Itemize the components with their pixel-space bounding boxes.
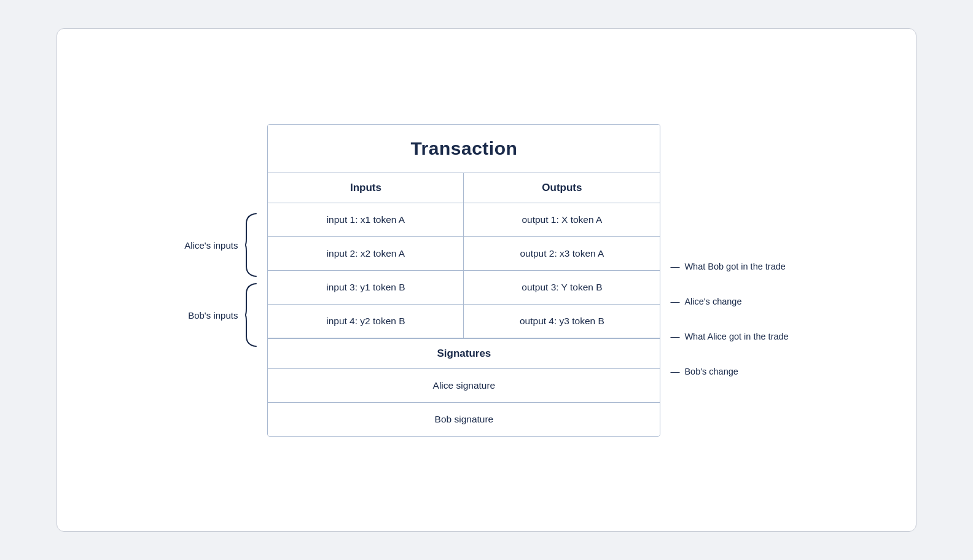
input-cell-4: input 4: y2 token B: [268, 305, 464, 338]
transaction-title: Transaction: [410, 138, 517, 158]
table-row: input 4: y2 token B output 4: y3 token B: [268, 305, 660, 338]
header-row: Inputs Outputs: [268, 173, 660, 203]
title-row: Transaction: [268, 125, 660, 173]
right-label-1: — What Bob got in the trade: [670, 249, 788, 284]
output-cell-4: output 4: y3 token B: [464, 305, 660, 338]
outer-card: Alice's inputs Bob's inputs: [57, 28, 916, 532]
alice-inputs-label: Alice's inputs: [184, 240, 238, 251]
output-cell-2: output 2: x3 token A: [464, 237, 660, 270]
left-labels: Alice's inputs Bob's inputs: [184, 211, 257, 349]
signatures-header: Signatures: [268, 338, 660, 369]
table-row: input 1: x1 token A output 1: X token A: [268, 203, 660, 237]
diagram-wrapper: Alice's inputs Bob's inputs: [184, 124, 788, 437]
signatures-label: Signatures: [437, 348, 491, 359]
bob-signature-row: Bob signature: [268, 403, 660, 436]
input-cell-2: input 2: x2 token A: [268, 237, 464, 270]
input-cell-3: input 3: y1 token B: [268, 271, 464, 304]
output-cell-3: output 3: Y token B: [464, 271, 660, 304]
input-cell-1: input 1: x1 token A: [268, 203, 464, 236]
right-label-text-1: What Bob got in the trade: [684, 262, 785, 271]
right-label-text-2: Alice's change: [684, 297, 741, 306]
right-labels: — What Bob got in the trade — Alice's ch…: [670, 171, 788, 389]
right-label-4: — Bob's change: [670, 354, 788, 389]
right-label-3: — What Alice got in the trade: [670, 319, 788, 354]
output-cell-1: output 1: X token A: [464, 203, 660, 236]
inputs-header: Inputs: [268, 173, 464, 203]
right-label-text-3: What Alice got in the trade: [684, 332, 788, 341]
right-label-2: — Alice's change: [670, 284, 788, 319]
bob-inputs-label: Bob's inputs: [188, 310, 238, 321]
outputs-header: Outputs: [464, 173, 660, 203]
transaction-table: Transaction Inputs Outputs input 1: x1 t…: [267, 124, 660, 437]
bob-brace: [244, 281, 257, 349]
alice-brace: [244, 211, 257, 279]
table-row: input 2: x2 token A output 2: x3 token A: [268, 237, 660, 271]
right-label-text-4: Bob's change: [684, 367, 738, 376]
table-row: input 3: y1 token B output 3: Y token B: [268, 271, 660, 305]
alice-signature-row: Alice signature: [268, 369, 660, 403]
